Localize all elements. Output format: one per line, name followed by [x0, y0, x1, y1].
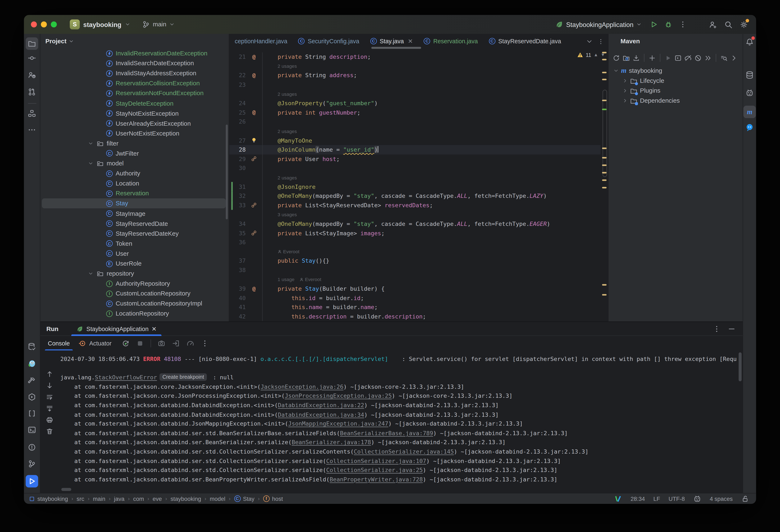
usages-hint[interactable]: 2 usages: [278, 91, 297, 97]
stack-frame-link[interactable]: DatabindException.java:22: [278, 402, 364, 408]
file-encoding[interactable]: UTF-8: [669, 496, 685, 502]
gutter[interactable]: [229, 210, 263, 219]
tree-item-CustomLocationRepositoryImpl[interactable]: CCustomLocationRepositoryImpl: [40, 299, 229, 309]
tool-button-commit[interactable]: [26, 52, 38, 64]
close-icon[interactable]: ✕: [408, 38, 413, 45]
more-v-icon[interactable]: [679, 20, 687, 29]
inspection-mark[interactable]: [602, 52, 606, 53]
tree-item-UserRole[interactable]: EUserRole: [40, 259, 229, 269]
minimize-panel-icon[interactable]: [728, 325, 736, 333]
rerun-icon[interactable]: [121, 339, 130, 347]
tree-item-LocationRepository[interactable]: ILocationRepository: [40, 309, 229, 319]
tool-button-gopher[interactable]: [26, 357, 38, 370]
tree-item-UserAlreadyExistException[interactable]: UserAlreadyExistException: [40, 118, 229, 129]
editor-scrollbar[interactable]: [603, 90, 607, 177]
tree-item-filter[interactable]: filter: [40, 138, 229, 148]
stack-frame-link[interactable]: DatabindException.java:34: [278, 411, 364, 418]
link-icon[interactable]: [251, 230, 257, 236]
scrollend-icon[interactable]: [46, 405, 53, 412]
inspection-mark[interactable]: [602, 72, 606, 73]
cloud-off-icon[interactable]: [684, 54, 692, 62]
inspection-widget[interactable]: 11 ▲ ▼: [577, 52, 605, 58]
titlebar[interactable]: S staybooking main StaybookingApplicatio…: [24, 15, 756, 34]
bulb-icon[interactable]: [251, 137, 257, 144]
skip-icon[interactable]: [704, 54, 712, 62]
arrow-up-icon[interactable]: [46, 370, 53, 378]
breadcrumb-eve[interactable]: eve: [153, 496, 162, 502]
play-icon[interactable]: [650, 20, 658, 29]
stack-frame-link[interactable]: CollectionSerializer.java:25: [326, 467, 423, 474]
tab-list-icon[interactable]: [586, 38, 593, 45]
author-hint[interactable]: Everoot: [299, 277, 321, 282]
lock-open-icon[interactable]: [741, 495, 749, 503]
trash-icon[interactable]: [46, 428, 53, 435]
console-scrollbar-horizontal[interactable]: [61, 488, 71, 491]
inspection-mark[interactable]: [602, 180, 606, 181]
stack-frame-link[interactable]: JacksonException.java:26: [260, 383, 343, 390]
tree-item-InvalidSearchDateException[interactable]: InvalidSearchDateException: [40, 58, 229, 68]
tool-button-brackets[interactable]: [26, 407, 38, 420]
tool-button-maven[interactable]: m: [743, 106, 756, 118]
console-tab[interactable]: Console: [46, 336, 71, 350]
tree-item-model[interactable]: model: [40, 158, 229, 168]
gutter[interactable]: 40: [229, 293, 263, 302]
gutter[interactable]: 27: [229, 136, 263, 145]
link-icon[interactable]: [251, 202, 257, 208]
tree-item-StayReservedDateKey[interactable]: CStayReservedDateKey: [40, 229, 229, 239]
breadcrumb-model[interactable]: model: [210, 496, 226, 502]
gutter[interactable]: 38: [229, 265, 263, 275]
tool-button-people-help[interactable]: [26, 69, 38, 81]
inspection-mark[interactable]: [602, 294, 606, 295]
gutter[interactable]: 39@: [229, 284, 263, 293]
gauge-icon[interactable]: [186, 339, 194, 347]
tree-item-Location[interactable]: CLocation: [40, 179, 229, 189]
tool-button-pull-request[interactable]: [26, 86, 38, 98]
breadcrumb-staybooking[interactable]: staybooking: [29, 496, 68, 502]
tree-item-InvalidReservationDateException[interactable]: InvalidReservationDateException: [40, 48, 229, 58]
maven-node-Plugins[interactable]: Plugins: [608, 86, 742, 96]
stack-frame-link[interactable]: JsonProcessingException.java:25: [285, 392, 392, 399]
tab-strip-scrollbar[interactable]: [372, 47, 421, 49]
inspection-mark[interactable]: [602, 79, 606, 80]
usages-hint[interactable]: 1 usage: [278, 277, 295, 282]
gutter[interactable]: 22@: [229, 71, 263, 80]
maven-node-Lifecycle[interactable]: Lifecycle: [608, 76, 742, 86]
tool-button-chat[interactable]: [743, 121, 756, 134]
gutter[interactable]: 25@: [229, 108, 263, 117]
gutter[interactable]: [229, 62, 263, 71]
editor-tab-ceptionHandler.java[interactable]: ceptionHandler.java: [229, 34, 293, 48]
project-scrollbar[interactable]: [226, 125, 228, 220]
no-entry-icon[interactable]: [694, 54, 702, 62]
zoom-window-button[interactable]: [51, 21, 57, 28]
prev-problem-button[interactable]: ▲: [594, 52, 598, 57]
breadcrumb-java[interactable]: java: [114, 496, 125, 502]
tool-button-folder[interactable]: [26, 38, 38, 50]
bug-icon[interactable]: [664, 20, 672, 29]
stack-frame-link[interactable]: JsonMappingException.java:247: [288, 420, 388, 427]
usages-hint[interactable]: 2 usages: [278, 129, 297, 134]
tree-item-repository[interactable]: repository: [40, 269, 229, 279]
tool-button-database[interactable]: [743, 69, 756, 81]
gutter[interactable]: 24: [229, 99, 263, 108]
download-icon[interactable]: [633, 54, 640, 62]
version-plugin-icon[interactable]: [614, 495, 622, 503]
gutter[interactable]: 35: [229, 228, 263, 238]
stop-icon[interactable]: [136, 339, 144, 347]
stack-frame-link[interactable]: CollectionSerializer.java:107: [326, 457, 426, 464]
chevron-right-icon[interactable]: [730, 54, 738, 62]
tree-item-StayDeleteException[interactable]: StayDeleteException: [40, 98, 229, 108]
profile-icon[interactable]: [720, 54, 728, 62]
printer-icon[interactable]: [46, 416, 53, 424]
tree-item-AuthorityRepository[interactable]: IAuthorityRepository: [40, 279, 229, 289]
console[interactable]: 2024-07-30 18:05:06.473 ERROR 48108 --- …: [40, 350, 742, 492]
run-tab-staybookingapplication[interactable]: StaybookingApplication ✕: [71, 322, 162, 335]
console-scrollbar-vertical[interactable]: [739, 352, 741, 381]
gutter[interactable]: [229, 90, 263, 99]
tool-button-problem[interactable]: [26, 441, 38, 453]
line-ending[interactable]: LF: [653, 496, 660, 502]
play-dim-icon[interactable]: [664, 54, 672, 62]
gutter[interactable]: 26: [229, 117, 263, 126]
tree-item-ReservationCollisionException[interactable]: ReservationCollisionException: [40, 79, 229, 89]
usages-hint[interactable]: 2 usages: [278, 175, 297, 180]
annotation-gutter-icon[interactable]: @: [252, 72, 255, 79]
